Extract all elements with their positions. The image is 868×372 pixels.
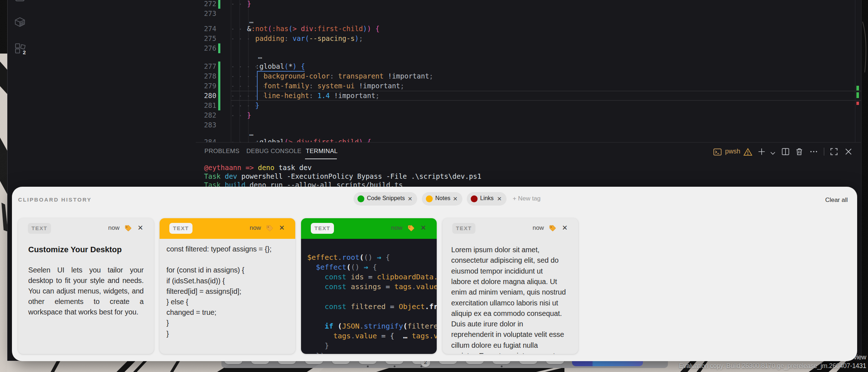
- card-body: Lorem ipsum dolor sit amet,consectetur a…: [443, 218, 578, 354]
- code-token: [307, 331, 333, 340]
- editor-line-275[interactable]: 275padding: var(--spacing-s);: [196, 34, 861, 43]
- overview-ruler-modified-mark: [856, 92, 859, 98]
- clipboard-history-panel: CLIPBOARD HISTORY Code Snippets✕Notes✕Li…: [12, 187, 857, 361]
- editor-line-278[interactable]: 278background-color: transparent !import…: [196, 71, 861, 81]
- clipboard-card-3[interactable]: $effect.root(() ⇒ { $effect(() ⇒ { const…: [301, 218, 437, 354]
- clear-all-button[interactable]: Clear all: [825, 196, 848, 204]
- new-terminal-icon[interactable]: [757, 147, 766, 156]
- panel-tab-terminal[interactable]: TERMINAL: [306, 148, 338, 155]
- folded-code-row[interactable]: …: [196, 51, 861, 61]
- card-close-icon[interactable]: ✕: [137, 224, 143, 232]
- code-token: :: [255, 62, 259, 70]
- code-token: [346, 302, 351, 311]
- line-number: 278: [196, 71, 216, 81]
- card-body: $effect.root(() ⇒ { $effect(() ⇒ { const…: [301, 239, 437, 354]
- code-token: ): [367, 25, 371, 33]
- code-token: 1.4: [317, 92, 330, 100]
- card-text-line: exercitation ullamco laboris nisi ut: [451, 299, 568, 309]
- code-token: =: [364, 272, 377, 281]
- code-token: ;: [375, 92, 379, 100]
- remove-tag-icon[interactable]: ✕: [497, 195, 502, 202]
- clipboard-card-4[interactable]: Lorem ipsum dolor sit amet,consectetur a…: [443, 218, 578, 354]
- maximize-panel-icon[interactable]: [829, 147, 839, 156]
- code-token: --spacing-s: [309, 34, 355, 42]
- toolbar-divider: [824, 148, 824, 156]
- whitespace-dot: [240, 105, 241, 106]
- editor-line-280[interactable]: 280line-height: 1.4 !important;: [196, 91, 861, 101]
- tag-filter-pill-links[interactable]: Links✕: [467, 192, 507, 206]
- tag-color-dot: [471, 195, 478, 202]
- code-token: [371, 25, 375, 33]
- terminal-output[interactable]: @eythaann => deno task devTask dev power…: [204, 163, 481, 189]
- whitespace-dot: [232, 86, 233, 87]
- editor-line-272[interactable]: 272}: [196, 0, 861, 9]
- package-box-icon[interactable]: [14, 16, 26, 28]
- card-code-line: const ids = clipboardData.map: [307, 272, 437, 282]
- kill-terminal-trash-icon[interactable]: [795, 147, 804, 156]
- card-close-icon[interactable]: ✕: [562, 224, 568, 232]
- editor-line-284[interactable]: 284:global(> div:first-child) {: [196, 137, 861, 143]
- code-text: background-color: transparent !important…: [264, 71, 433, 81]
- panel-tab-problems[interactable]: PROBLEMS: [204, 148, 240, 155]
- code-token: [373, 253, 377, 262]
- code-token: {: [368, 263, 377, 271]
- tag-label-icon[interactable]: [266, 225, 273, 232]
- remove-tag-icon[interactable]: ✕: [408, 195, 412, 202]
- card-close-icon[interactable]: ✕: [420, 224, 426, 232]
- card-code-line: }: [307, 341, 329, 351]
- remove-tag-icon[interactable]: ✕: [453, 195, 458, 202]
- current-line-border-top: [231, 91, 861, 91]
- terminal-dropdown-chevron-icon[interactable]: [769, 148, 776, 158]
- code-token: padding: [255, 34, 284, 42]
- terminal-shell-icon[interactable]: [713, 147, 722, 157]
- bracket-pair-guide: [257, 71, 305, 72]
- code-token: const: [325, 272, 346, 281]
- split-terminal-icon[interactable]: [781, 147, 790, 156]
- code-token: (: [346, 263, 351, 271]
- terminal-shell-label[interactable]: pwsh: [725, 148, 740, 155]
- line-number: 272: [196, 0, 216, 9]
- folded-code-row[interactable]: …: [196, 128, 861, 138]
- editor-line-277[interactable]: 277:global(*) {: [196, 62, 861, 71]
- fold-ellipsis[interactable]: …: [249, 128, 253, 138]
- code-token: Object: [399, 302, 425, 311]
- close-panel-icon[interactable]: [844, 147, 853, 156]
- clipboard-card-1[interactable]: Customize Your DesktopSeelen UI lets you…: [18, 218, 154, 354]
- editor-line-282[interactable]: 282}: [196, 110, 861, 120]
- code-token: }: [247, 111, 251, 119]
- code-token: JSON: [342, 322, 359, 330]
- panel-tab-debug-console[interactable]: DEBUG CONSOLE: [246, 148, 301, 155]
- code-token: stringify: [364, 322, 403, 330]
- code-token: :: [309, 92, 317, 100]
- code-token: (: [268, 25, 272, 33]
- fold-ellipsis[interactable]: …: [258, 51, 262, 61]
- code-token: global: [259, 62, 284, 70]
- code-token: ;: [359, 34, 363, 42]
- tag-color-dot: [357, 195, 364, 202]
- card-close-icon[interactable]: ✕: [279, 224, 285, 232]
- activity-bar-partial-icon[interactable]: [14, 0, 26, 3]
- tag-filter-pill-notes[interactable]: Notes✕: [422, 192, 462, 206]
- tag-filter-pill-code-snippets[interactable]: Code Snippets✕: [353, 192, 417, 206]
- code-token: system-ui: [317, 82, 355, 90]
- code-editor[interactable]: 272}273…274&:not(:has(> div:first-child)…: [196, 0, 861, 143]
- card-text-line: aliquip ex ea commodo consequat.: [451, 309, 568, 320]
- tag-label-icon[interactable]: [124, 225, 132, 232]
- warning-icon[interactable]: [743, 147, 753, 157]
- new-tag-button[interactable]: + New tag: [513, 195, 541, 202]
- editor-line-279[interactable]: 279font-family: system-ui !important;: [196, 81, 861, 91]
- code-token: ids: [351, 272, 364, 281]
- whitespace-dot: [248, 96, 249, 97]
- editor-line-281[interactable]: 281}: [196, 101, 861, 110]
- code-text: &:not(:has(> div:first-child)) {: [247, 24, 380, 34]
- tag-label-icon[interactable]: [549, 225, 556, 232]
- code-token: line-height: [264, 92, 309, 100]
- code-token: > div: [293, 25, 313, 33]
- whitespace-dot: [240, 4, 241, 5]
- whitespace-dot: [232, 115, 233, 116]
- editor-line-274[interactable]: 274&:not(:has(> div:first-child)) {: [196, 24, 861, 34]
- more-actions-icon[interactable]: [809, 147, 818, 156]
- clipboard-card-2[interactable]: const filtered: typeof assigns = {};for …: [160, 218, 295, 354]
- tag-label-icon[interactable]: [407, 225, 415, 232]
- code-token: :not: [251, 25, 268, 33]
